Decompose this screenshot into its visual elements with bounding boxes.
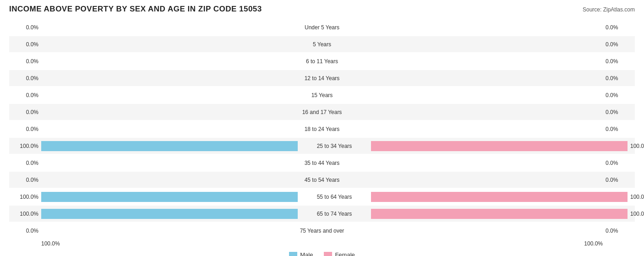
male-bar-wrapper [41,56,285,66]
header: INCOME ABOVE POVERTY BY SEX AND AGE IN Z… [9,5,635,14]
female-bar-wrapper [359,107,603,117]
age-label: 5 Years [285,41,359,48]
age-label: 65 to 74 Years [298,211,371,217]
bar-row: 100.0%25 to 34 Years100.0% [9,138,635,154]
bar-container: 55 to 64 Years [41,189,628,205]
male-bar-wrapper [41,175,285,185]
male-bar-wrapper [41,39,285,49]
female-legend-label: Female [335,251,355,256]
female-bar-wrapper [371,192,628,202]
female-bar-wrapper [359,56,603,66]
male-bar [41,141,298,151]
bar-row: 0.0%12 to 14 Years0.0% [9,70,635,86]
left-value: 0.0% [9,228,41,234]
bar-container: 25 to 34 Years [41,138,628,154]
bar-row: 0.0%15 Years0.0% [9,87,635,103]
bar-container: 6 to 11 Years [41,53,603,69]
bar-row: 0.0%Under 5 Years0.0% [9,19,635,35]
right-value: 0.0% [603,228,635,234]
left-value: 0.0% [9,58,41,65]
female-bar [371,141,628,151]
male-bar-wrapper [41,226,285,236]
bar-row: 0.0%75 Years and over0.0% [9,223,635,239]
male-bar-wrapper [41,141,298,151]
male-bar-wrapper [41,209,298,219]
right-value: 0.0% [603,58,635,65]
left-value: 0.0% [9,109,41,115]
age-label: 75 Years and over [285,228,359,234]
bar-container: 16 and 17 Years [41,104,603,120]
bar-row: 100.0%65 to 74 Years100.0% [9,206,635,222]
bar-container: 18 to 24 Years [41,121,603,137]
bar-container: 12 to 14 Years [41,70,603,86]
age-label: 6 to 11 Years [285,58,359,65]
male-bar-wrapper [41,192,298,202]
bar-container: 45 to 54 Years [41,172,603,188]
right-value: 0.0% [603,177,635,183]
left-value: 0.0% [9,75,41,82]
right-value: 0.0% [603,24,635,31]
male-bar-wrapper [41,158,285,168]
male-bar-wrapper [41,90,285,100]
age-label: 18 to 24 Years [285,126,359,132]
left-value: 100.0% [9,194,41,200]
bar-container: 15 Years [41,87,603,103]
male-bar [41,192,298,202]
bar-container: Under 5 Years [41,19,603,35]
age-label: 16 and 17 Years [285,109,359,115]
right-value: 100.0% [628,194,644,200]
left-value: 0.0% [9,41,41,48]
left-value: 0.0% [9,92,41,98]
right-value: 0.0% [603,75,635,82]
chart-title: INCOME ABOVE POVERTY BY SEX AND AGE IN Z… [9,5,262,14]
bar-row: 0.0%6 to 11 Years0.0% [9,53,635,69]
chart-wrapper: INCOME ABOVE POVERTY BY SEX AND AGE IN Z… [9,5,635,256]
age-label: 35 to 44 Years [285,160,359,166]
bar-container: 35 to 44 Years [41,155,603,171]
female-bar-wrapper [359,226,603,236]
age-label: 15 Years [285,92,359,98]
bar-container: 5 Years [41,36,603,52]
right-value: 0.0% [603,160,635,166]
female-legend-box [324,252,332,256]
bar-row: 0.0%45 to 54 Years0.0% [9,172,635,188]
bottom-right-value: 100.0% [584,240,603,247]
female-bar-wrapper [371,209,628,219]
chart-area: 0.0%Under 5 Years0.0%0.0%5 Years0.0%0.0%… [9,19,635,239]
right-value: 0.0% [603,126,635,132]
legend: Male Female [9,251,635,256]
female-bar-wrapper [371,141,628,151]
right-value: 0.0% [603,109,635,115]
age-label: 55 to 64 Years [298,194,371,200]
bar-container: 65 to 74 Years [41,206,628,222]
bar-row: 0.0%16 and 17 Years0.0% [9,104,635,120]
left-value: 100.0% [9,143,41,149]
male-bar-wrapper [41,124,285,134]
right-value: 100.0% [628,143,644,149]
bar-container: 75 Years and over [41,223,603,239]
left-value: 0.0% [9,126,41,132]
age-label: 25 to 34 Years [298,143,371,149]
female-bar-wrapper [359,124,603,134]
right-value: 100.0% [628,211,644,217]
male-bar-wrapper [41,73,285,83]
bar-row: 0.0%18 to 24 Years0.0% [9,121,635,137]
legend-male: Male [289,251,313,256]
female-bar [371,209,628,219]
female-bar-wrapper [359,22,603,33]
left-value: 0.0% [9,160,41,166]
left-value: 0.0% [9,177,41,183]
legend-female: Female [324,251,355,256]
male-bar-wrapper [41,107,285,117]
bar-row: 0.0%5 Years0.0% [9,36,635,52]
bar-row: 100.0%55 to 64 Years100.0% [9,189,635,205]
source-text: Source: ZipAtlas.com [583,6,635,13]
age-label: Under 5 Years [285,24,359,31]
right-value: 0.0% [603,92,635,98]
male-legend-label: Male [300,251,313,256]
bar-row: 0.0%35 to 44 Years0.0% [9,155,635,171]
female-bar [371,192,628,202]
bottom-left-value: 100.0% [41,240,60,247]
right-value: 0.0% [603,41,635,48]
bottom-values: 100.0% 100.0% [9,240,635,247]
